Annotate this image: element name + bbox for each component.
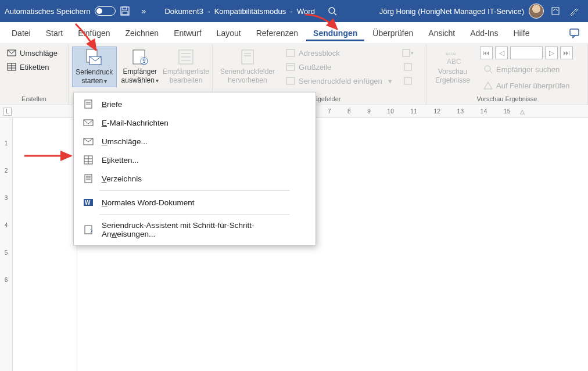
tab-addins[interactable]: Add-Ins (463, 25, 505, 41)
svg-rect-6 (570, 29, 579, 35)
menu-label: Verzeichnis (102, 174, 142, 183)
annotation-arrow-button (70, 21, 105, 56)
tab-file[interactable]: Datei (5, 25, 38, 41)
find-recipient-button: Empfänger suchen (480, 63, 573, 76)
tab-view[interactable]: Ansicht (421, 25, 462, 41)
address-block-button: Adressblock (282, 47, 396, 59)
labels-icon (83, 155, 94, 165)
auto-save-toggle[interactable]: Automatisches Speichern (5, 6, 116, 16)
tab-help[interactable]: Hilfe (507, 25, 537, 41)
document-title: Dokument3 - Kompatibilitätsmodus - Word (164, 7, 314, 16)
menu-item-emails[interactable]: E-Mail-Nachrichten (74, 113, 315, 132)
svg-rect-27 (286, 77, 295, 84)
preview-results-button: «‹›»ABC Vorschau Ergebnisse (430, 47, 475, 86)
envelopes-button[interactable]: Umschläge (3, 47, 61, 59)
right-margin-marker-icon[interactable]: △ (519, 108, 526, 115)
svg-rect-25 (286, 63, 295, 70)
svg-rect-2 (122, 12, 128, 15)
record-number-field (510, 47, 543, 59)
svg-text:ABC: ABC (447, 58, 461, 66)
more-icon[interactable]: » (138, 5, 149, 17)
rules-button: ▾ (401, 47, 414, 59)
error-check-icon (483, 81, 493, 90)
edit-recipients-button: Empfängerliste bearbeiten (163, 47, 209, 86)
find-icon (483, 65, 493, 74)
prev-record-button: ◁ (495, 47, 508, 59)
menu-item-normal-doc[interactable]: W Normales Word-Dokument (74, 193, 315, 212)
menu-label: Normales Word-Dokument (102, 198, 195, 207)
menu-separator (99, 214, 290, 215)
toggle-switch-icon[interactable] (95, 6, 116, 16)
save-icon[interactable] (119, 5, 131, 17)
svg-rect-24 (286, 49, 295, 56)
check-errors-button: Auf Fehler überprüfen (480, 79, 573, 92)
tab-selector-icon[interactable]: L (3, 108, 12, 116)
menu-label: E-Mail-Nachrichten (102, 119, 168, 127)
record-navigation: ⏮ ◁ ▷ ⏭ (480, 47, 573, 59)
menu-label: Briefe (102, 100, 122, 109)
ribbon-options-icon[interactable] (550, 5, 561, 17)
labels-button[interactable]: Etiketten (3, 60, 61, 73)
start-mail-merge-menu: Briefe E-Mail-Nachrichten Umschläge... E… (73, 92, 316, 245)
annotation-arrow-tab (302, 12, 343, 33)
highlight-icon (238, 48, 257, 66)
email-icon (83, 117, 94, 128)
user-name: Jörg Honig (HonigNet Managed IT-Service) (379, 7, 524, 16)
menu-label: Umschläge... (102, 137, 148, 146)
comments-icon[interactable] (566, 28, 583, 38)
select-recipients-button[interactable]: Empfänger auswählen▾ (118, 47, 162, 86)
menu-item-letters[interactable]: Briefe (74, 95, 315, 113)
menu-item-labels[interactable]: Etiketten... (74, 151, 315, 169)
svg-line-34 (490, 71, 492, 73)
first-record-button: ⏮ (480, 47, 493, 59)
word-doc-icon: W (83, 197, 94, 208)
directory-icon (83, 173, 94, 184)
pen-icon[interactable] (568, 5, 580, 17)
match-fields-button (401, 60, 414, 73)
menu-item-envelopes[interactable]: Umschläge... (74, 132, 315, 151)
svg-text:W: W (85, 199, 91, 206)
tab-layout[interactable]: Layout (210, 25, 248, 41)
menu-label: Seriendruck-Assistent mit Schritt-für-Sc… (102, 221, 306, 238)
svg-rect-29 (404, 63, 411, 70)
envelope-icon (7, 48, 16, 58)
menu-item-directory[interactable]: Verzeichnis (74, 169, 315, 188)
insert-merge-field-button: Seriendruckfeld einfügen ▾ (282, 74, 396, 87)
title-bar: Automatisches Speichern » Dokument3 - Ko… (0, 0, 588, 22)
svg-text:«‹›»: «‹›» (446, 51, 456, 57)
menu-label: Etiketten... (102, 156, 139, 165)
tab-review[interactable]: Überprüfen (365, 25, 420, 41)
user-account[interactable]: Jörg Honig (HonigNet Managed IT-Service) (379, 3, 544, 19)
wizard-icon (83, 224, 94, 235)
tab-design[interactable]: Entwurf (167, 25, 208, 41)
highlight-fields-button: Seriendruckfelder hervorheben (216, 47, 279, 86)
letter-icon (83, 99, 94, 109)
merge-field-icon (286, 76, 295, 85)
tab-draw[interactable]: Zeichnen (119, 25, 166, 41)
menu-separator (99, 190, 290, 191)
recipients-icon (131, 48, 149, 66)
preview-icon: «‹›»ABC (443, 48, 462, 66)
svg-marker-35 (484, 82, 492, 89)
auto-save-label: Automatisches Speichern (5, 7, 90, 16)
annotation-arrow-menu-item (23, 150, 76, 162)
svg-rect-30 (404, 77, 411, 84)
last-record-button: ⏭ (560, 47, 573, 59)
menu-item-wizard[interactable]: Seriendruck-Assistent mit Schritt-für-Sc… (74, 217, 315, 242)
address-block-icon (286, 48, 295, 58)
svg-rect-1 (123, 7, 127, 10)
tab-home[interactable]: Start (39, 25, 70, 41)
svg-rect-45 (85, 174, 92, 183)
group-label-preview: Vorschau Ergebnisse (426, 94, 587, 105)
next-record-button: ▷ (545, 47, 558, 59)
svg-rect-28 (403, 49, 410, 56)
svg-rect-21 (242, 50, 253, 64)
greeting-line-button: Grußzeile (282, 60, 396, 73)
group-label-create: Erstellen (0, 94, 68, 105)
avatar-icon (529, 3, 544, 19)
greeting-icon (286, 62, 295, 72)
vertical-ruler[interactable]: 1 2 3 4 5 6 (0, 118, 13, 371)
update-labels-button (401, 74, 414, 87)
tab-references[interactable]: Referenzen (249, 25, 305, 41)
envelope-icon (83, 136, 94, 147)
